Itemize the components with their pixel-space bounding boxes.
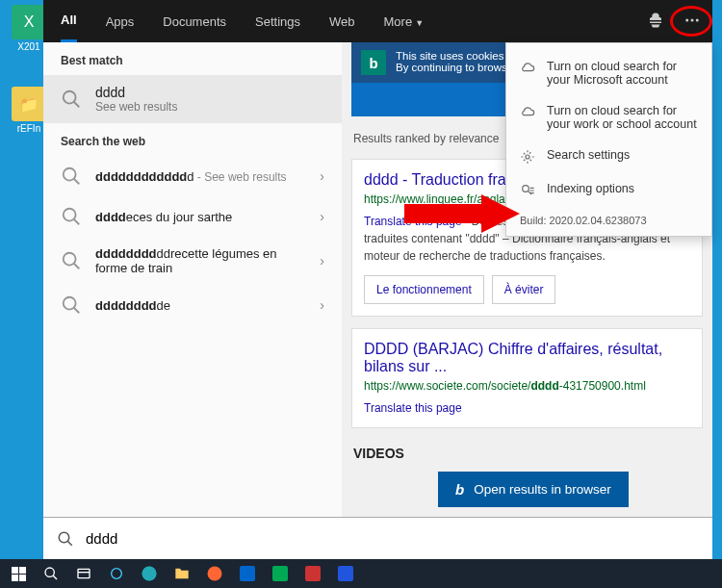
taskbar-outlook[interactable]: [233, 561, 262, 586]
cloud-icon: [520, 105, 535, 120]
taskbar-taskview[interactable]: [69, 561, 98, 586]
tab-documents[interactable]: Documents: [163, 2, 226, 41]
open-in-browser-button[interactable]: b Open results in browser: [438, 472, 629, 507]
result-chip[interactable]: À éviter: [492, 275, 556, 304]
taskbar: [0, 559, 722, 588]
svg-point-5: [64, 168, 76, 181]
svg-point-18: [45, 568, 54, 576]
suggestion-text: ddddddddddrecette légumes en forme de tr…: [95, 246, 306, 275]
chevron-down-icon: ▼: [415, 18, 424, 28]
dropdown-cloud-personal[interactable]: Turn on cloud search for your Microsoft …: [506, 51, 711, 95]
svg-point-25: [208, 567, 222, 581]
windows-logo-icon: [12, 567, 26, 581]
chevron-right-icon: ›: [320, 209, 324, 224]
chevron-right-icon: ›: [320, 253, 324, 268]
search-icon: [57, 530, 74, 548]
svg-point-1: [691, 18, 694, 21]
taskbar-app[interactable]: [298, 561, 327, 586]
dropdown-indexing[interactable]: Indexing options: [506, 173, 711, 207]
taskbar-excel[interactable]: [266, 561, 295, 586]
svg-point-9: [64, 253, 76, 266]
chevron-right-icon: ›: [320, 168, 324, 184]
suggestion-text: ddddeces du jour sarthe: [95, 210, 306, 224]
svg-line-14: [67, 541, 72, 546]
svg-line-6: [74, 179, 80, 185]
web-suggestion-item[interactable]: ddddddddde ›: [43, 285, 342, 325]
svg-line-10: [74, 264, 80, 269]
svg-point-11: [64, 297, 76, 310]
svg-point-2: [696, 18, 699, 21]
search-input[interactable]: [86, 530, 699, 547]
svg-line-4: [74, 102, 80, 108]
search-icon: [61, 166, 82, 187]
dropdown-cloud-work[interactable]: Turn on cloud search for your work or sc…: [506, 95, 711, 140]
tab-settings[interactable]: Settings: [255, 2, 300, 41]
search-icon: [61, 294, 82, 316]
svg-line-8: [74, 219, 80, 225]
folder-icon: 📁: [12, 87, 46, 121]
tab-web[interactable]: Web: [329, 2, 355, 41]
best-match-title: dddd: [95, 85, 177, 100]
search-icon: [61, 250, 82, 271]
svg-point-15: [526, 155, 529, 159]
options-dropdown: Turn on cloud search for your Microsoft …: [505, 42, 712, 237]
svg-point-22: [112, 569, 122, 579]
dropdown-search-settings[interactable]: Search settings: [506, 140, 711, 173]
svg-rect-27: [272, 566, 288, 581]
start-button[interactable]: [4, 561, 33, 586]
taskbar-explorer[interactable]: [168, 561, 196, 586]
taskbar-search[interactable]: [37, 561, 65, 586]
tab-apps[interactable]: Apps: [106, 2, 135, 41]
more-options-icon[interactable]: [683, 12, 701, 32]
build-label: Build: 2020.02.04.6238073: [506, 207, 711, 228]
desktop-icon-label: rEFIn: [10, 123, 48, 134]
svg-point-16: [523, 186, 529, 192]
feedback-icon[interactable]: [647, 12, 664, 32]
desktop-icon-label: X201: [10, 41, 48, 52]
videos-heading: VIDEOS: [351, 440, 703, 467]
search-panel: All Apps Documents Settings Web More▼ Be…: [43, 0, 712, 559]
svg-point-0: [685, 18, 688, 21]
desktop-icon[interactable]: 📁 rEFIn: [10, 87, 48, 134]
results-sidebar: Best match dddd See web results Search t…: [43, 42, 342, 517]
cloud-icon: [520, 61, 535, 76]
translate-link[interactable]: Translate this page: [364, 401, 462, 415]
taskbar-firefox[interactable]: [200, 561, 229, 586]
gear-icon: [520, 149, 535, 165]
svg-rect-28: [305, 566, 321, 581]
taskbar-edge[interactable]: [135, 561, 164, 586]
search-icon: [61, 206, 82, 227]
bing-logo-icon: b: [361, 50, 386, 75]
result-chip[interactable]: Le fonctionnement: [364, 275, 484, 304]
suggestion-text: ddddddddde: [95, 298, 306, 313]
result-title: DDDD (BARJAC) Chiffre d'affaires, résult…: [364, 341, 690, 375]
web-suggestion-item[interactable]: ddddeces du jour sarthe ›: [43, 196, 342, 237]
tab-all[interactable]: All: [61, 0, 77, 42]
svg-point-7: [64, 209, 76, 221]
indexing-icon: [520, 183, 535, 198]
svg-rect-20: [78, 569, 90, 577]
result-url: https://www.societe.com/societe/dddd-431…: [364, 379, 690, 393]
best-match-subtitle: See web results: [95, 100, 177, 114]
best-match-item[interactable]: dddd See web results: [43, 75, 342, 123]
best-match-heading: Best match: [43, 42, 342, 75]
svg-point-3: [64, 91, 76, 104]
web-suggestion-item[interactable]: ddddddddddrecette légumes en forme de tr…: [43, 237, 342, 285]
suggestion-text: ddddddddddddd - See web results: [95, 169, 306, 184]
result-body: Translate this page: [364, 398, 690, 416]
svg-point-13: [59, 532, 69, 543]
svg-line-19: [53, 575, 57, 579]
svg-rect-26: [240, 566, 255, 581]
search-icon: [61, 89, 82, 110]
search-tabs: All Apps Documents Settings Web More▼: [43, 0, 712, 42]
translate-link[interactable]: Translate this page: [364, 215, 462, 228]
search-result-card[interactable]: DDDD (BARJAC) Chiffre d'affaires, résult…: [351, 328, 703, 428]
svg-rect-29: [338, 566, 353, 581]
search-web-heading: Search the web: [43, 123, 342, 156]
tab-more[interactable]: More▼: [384, 2, 425, 41]
desktop-icon[interactable]: X X201: [10, 5, 48, 52]
web-suggestion-item[interactable]: ddddddddddddd - See web results ›: [43, 156, 342, 196]
taskbar-cortana[interactable]: [102, 561, 131, 586]
taskbar-word[interactable]: [331, 561, 360, 586]
svg-line-12: [74, 308, 80, 314]
